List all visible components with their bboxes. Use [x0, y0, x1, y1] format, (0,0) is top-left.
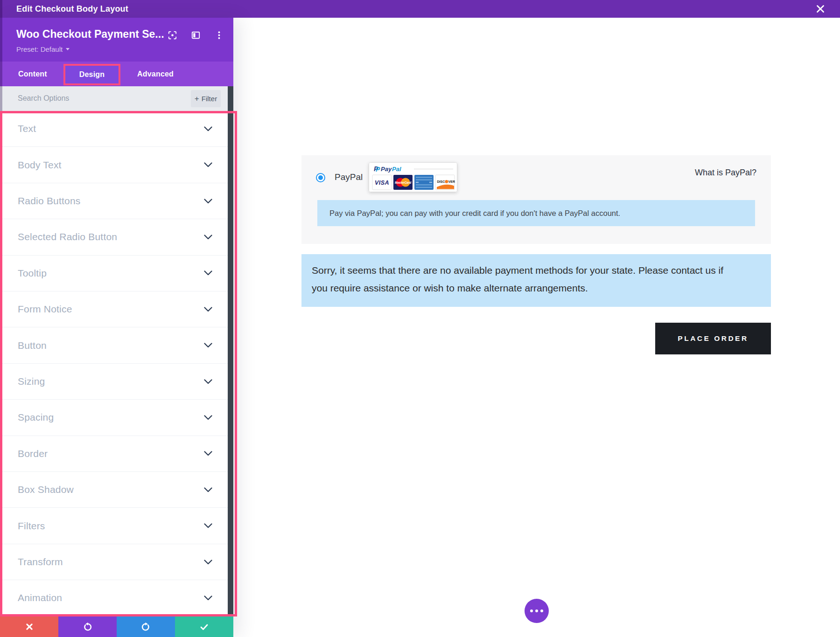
option-label: Border	[18, 448, 48, 459]
option-label: Tooltip	[18, 268, 47, 279]
what-is-paypal-link[interactable]: What is PayPal?	[695, 168, 756, 178]
panel-scrollbar[interactable]	[228, 86, 233, 616]
option-label: Body Text	[18, 159, 62, 171]
mastercard-card-icon: MasterCard	[393, 175, 413, 190]
option-label: Sizing	[18, 376, 45, 387]
ellipsis-icon	[530, 609, 543, 612]
chevron-down-icon	[204, 343, 212, 348]
option-label: Box Shadow	[18, 484, 74, 495]
paypal-description-box: Pay via PayPal; you can pay with your cr…	[317, 200, 755, 226]
divi-builder-screen: Edit Checkout Body Layout Woo Checkout P…	[0, 0, 840, 637]
payment-methods-panel: PayPal P P Pay Pal VISA MasterCar	[301, 155, 771, 244]
panel-footer	[0, 616, 233, 637]
header-icons	[166, 29, 225, 41]
option-animation[interactable]: Animation	[0, 580, 233, 616]
search-input[interactable]	[17, 91, 175, 106]
option-form-notice[interactable]: Form Notice	[0, 291, 233, 327]
no-payment-methods-notice: Sorry, it seems that there are no availa…	[301, 254, 771, 307]
option-label: Animation	[18, 592, 62, 603]
modal-topbar: Edit Checkout Body Layout	[0, 0, 840, 18]
preset-caret-icon	[66, 48, 70, 50]
panel-edge-shade	[0, 0, 2, 111]
kebab-menu-icon[interactable]	[213, 29, 225, 41]
module-title: Woo Checkout Payment Se...	[16, 28, 164, 41]
expand-modal-icon[interactable]	[166, 29, 178, 41]
visa-card-icon: VISA	[372, 175, 392, 190]
undo-button[interactable]	[58, 616, 117, 637]
page-settings-fab[interactable]	[525, 599, 549, 623]
chevron-down-icon	[204, 199, 212, 204]
split-view-icon[interactable]	[189, 29, 202, 41]
option-button[interactable]: Button	[0, 327, 233, 363]
tab-content[interactable]: Content	[15, 62, 50, 86]
chevron-down-icon	[204, 235, 212, 240]
chevron-down-icon	[204, 162, 212, 167]
option-body-text[interactable]: Body Text	[0, 147, 233, 183]
option-label: Selected Radio Button	[18, 231, 117, 242]
option-transform[interactable]: Transform	[0, 544, 233, 580]
save-button[interactable]	[175, 616, 233, 637]
chevron-down-icon	[204, 307, 212, 312]
place-order-button[interactable]: PLACE ORDER	[655, 323, 771, 354]
design-options-list: TextBody TextRadio ButtonsSelected Radio…	[0, 111, 233, 616]
settings-tabs: Content Design Advanced	[0, 62, 233, 86]
chevron-down-icon	[204, 487, 212, 492]
filter-label: Filter	[202, 95, 217, 103]
preset-label: Preset: Default	[16, 45, 63, 53]
chevron-down-icon	[204, 451, 212, 456]
paypal-acceptance-cards-image: P P Pay Pal VISA MasterCard	[369, 162, 457, 192]
close-icon[interactable]	[814, 3, 827, 16]
paypal-p2-icon: P	[376, 166, 380, 173]
option-label: Filters	[18, 520, 45, 532]
option-text[interactable]: Text	[0, 111, 233, 147]
option-label: Radio Buttons	[18, 195, 81, 207]
paypal-radio-selected[interactable]	[316, 173, 325, 182]
option-spacing[interactable]: Spacing	[0, 400, 233, 436]
discover-card-icon: DISC VER	[435, 175, 455, 190]
svg-text:DISC: DISC	[437, 180, 445, 183]
tab-design[interactable]: Design	[63, 64, 120, 85]
preset-selector[interactable]: Preset: Default	[16, 45, 70, 53]
option-label: Form Notice	[18, 304, 72, 315]
svg-text:VISA: VISA	[375, 180, 389, 186]
option-selected-radio-button[interactable]: Selected Radio Button	[0, 219, 233, 255]
chevron-down-icon	[204, 379, 212, 384]
option-filters[interactable]: Filters	[0, 508, 233, 544]
filter-button[interactable]: + Filter	[191, 90, 221, 107]
chevron-down-icon	[204, 270, 212, 276]
paypal-description-text: Pay via PayPal; you can pay with your cr…	[329, 209, 620, 218]
tab-advanced[interactable]: Advanced	[134, 62, 176, 86]
chevron-down-icon	[204, 415, 212, 420]
svg-text:VER: VER	[448, 180, 455, 183]
chevron-down-icon	[204, 560, 212, 565]
option-sizing[interactable]: Sizing	[0, 364, 233, 400]
option-label: Spacing	[18, 412, 54, 423]
option-box-shadow[interactable]: Box Shadow	[0, 472, 233, 508]
module-settings-panel: Woo Checkout Payment Se... Preset: Defau…	[0, 18, 233, 637]
plus-icon: +	[195, 95, 199, 103]
notice-text: Sorry, it seems that there are no availa…	[312, 262, 732, 297]
paypal-logo-pal: Pal	[392, 166, 401, 173]
chevron-down-icon	[204, 523, 212, 528]
option-label: Transform	[18, 556, 63, 568]
paypal-logo-pay: Pay	[381, 166, 392, 173]
panel-header: Woo Checkout Payment Se... Preset: Defau…	[0, 18, 233, 62]
option-tooltip[interactable]: Tooltip	[0, 256, 233, 291]
discard-button[interactable]	[0, 616, 58, 637]
amex-card-icon	[414, 175, 434, 190]
redo-button[interactable]	[117, 616, 175, 637]
option-label: Text	[18, 123, 36, 134]
option-label: Button	[18, 340, 47, 351]
search-row: + Filter	[0, 86, 233, 111]
option-border[interactable]: Border	[0, 436, 233, 472]
chevron-down-icon	[204, 126, 212, 132]
modal-title: Edit Checkout Body Layout	[16, 4, 128, 14]
option-radio-buttons[interactable]: Radio Buttons	[0, 183, 233, 219]
svg-text:MasterCard: MasterCard	[395, 181, 412, 184]
chevron-down-icon	[204, 595, 212, 601]
paypal-label: PayPal	[335, 172, 363, 182]
